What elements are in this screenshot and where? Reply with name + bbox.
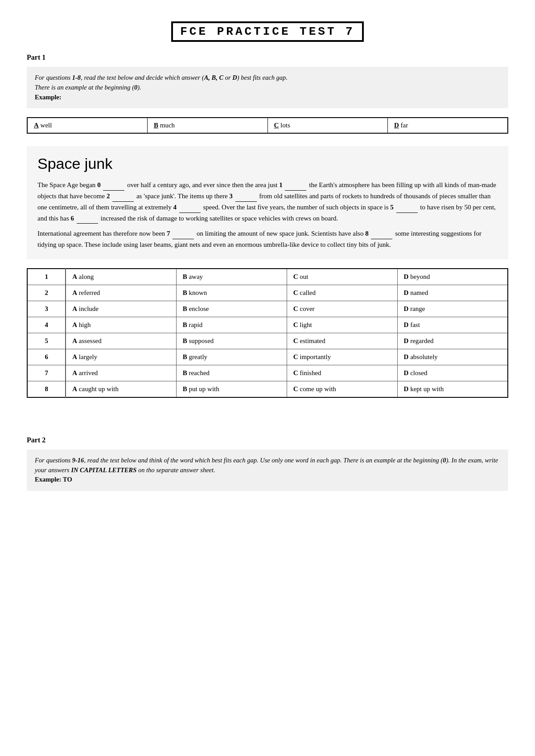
page: FCE PRACTICE TEST 7 Part 1 For questions… bbox=[0, 0, 535, 518]
option-c: C estimated bbox=[287, 333, 397, 349]
row-num: 2 bbox=[27, 285, 66, 301]
gap-1-line bbox=[285, 190, 306, 191]
gap-2-num: 2 bbox=[107, 192, 110, 200]
option-c: C finished bbox=[287, 365, 397, 381]
table-row: 1 A along B away C out D beyond bbox=[27, 269, 508, 285]
gap-4-line bbox=[179, 212, 201, 213]
part1-instructions: For questions 1-8, read the text below a… bbox=[27, 67, 508, 108]
reading-text: The Space Age began 0 over half a centur… bbox=[37, 180, 498, 250]
option-d: D absolutely bbox=[397, 349, 508, 365]
option-b: B greatly bbox=[176, 349, 287, 365]
example-option-d: D far bbox=[388, 118, 508, 133]
option-a: A caught up with bbox=[66, 381, 176, 397]
gap-5-line bbox=[396, 212, 418, 213]
row-num: 3 bbox=[27, 301, 66, 317]
reading-title: Space junk bbox=[37, 155, 498, 172]
table-row: 2 A referred B known C called D named bbox=[27, 285, 508, 301]
instr-prefix: For questions 1-8, read the text below a… bbox=[35, 74, 288, 91]
gap-3-num: 3 bbox=[229, 192, 233, 200]
table-row: 6 A largely B greatly C importantly D ab… bbox=[27, 349, 508, 365]
part2-instr-text: For questions 9-16, read the text below … bbox=[35, 457, 498, 474]
option-d: D closed bbox=[397, 365, 508, 381]
option-a: A arrived bbox=[66, 365, 176, 381]
option-b: B supposed bbox=[176, 333, 287, 349]
option-d: D fast bbox=[397, 317, 508, 333]
gap-3-line bbox=[235, 201, 257, 202]
gap-6-line bbox=[77, 223, 98, 224]
option-c: C light bbox=[287, 317, 397, 333]
example-option-b: B much bbox=[148, 118, 268, 133]
option-d: D kept up with bbox=[397, 381, 508, 397]
title-text: FCE PRACTICE TEST 7 bbox=[180, 25, 354, 38]
answers-table: 1 A along B away C out D beyond 2 A refe… bbox=[27, 268, 508, 398]
option-a: A referred bbox=[66, 285, 176, 301]
gap-2-line bbox=[112, 201, 134, 202]
part2-section: Part 2 For questions 9-16, read the text… bbox=[27, 436, 508, 491]
option-a: A along bbox=[66, 269, 176, 285]
option-c: C cover bbox=[287, 301, 397, 317]
option-d: D named bbox=[397, 285, 508, 301]
option-d: D regarded bbox=[397, 333, 508, 349]
row-num: 5 bbox=[27, 333, 66, 349]
row-num: 8 bbox=[27, 381, 66, 397]
example-row: A well B much C lots D far bbox=[27, 118, 508, 133]
spacer bbox=[27, 416, 508, 432]
part2-label: Part 2 bbox=[27, 436, 508, 444]
page-title-container: FCE PRACTICE TEST 7 bbox=[27, 18, 508, 41]
table-row: 7 A arrived B reached C finished D close… bbox=[27, 365, 508, 381]
part2-instructions: For questions 9-16, read the text below … bbox=[27, 450, 508, 491]
option-b: B put up with bbox=[176, 381, 287, 397]
gap-1-num: 1 bbox=[279, 181, 283, 188]
option-a: A largely bbox=[66, 349, 176, 365]
option-c: C come up with bbox=[287, 381, 397, 397]
part2-example-label: Example: TO bbox=[35, 476, 72, 483]
gap-7-line bbox=[173, 239, 194, 239]
option-c: C called bbox=[287, 285, 397, 301]
example-option-a: A well bbox=[27, 118, 148, 133]
gap-4-num: 4 bbox=[173, 204, 177, 211]
option-b: B enclose bbox=[176, 301, 287, 317]
option-d: D range bbox=[397, 301, 508, 317]
table-row: 3 A include B enclose C cover D range bbox=[27, 301, 508, 317]
gap-0-num: 0 bbox=[97, 181, 101, 188]
reading-section: Space junk The Space Age began 0 over ha… bbox=[27, 146, 508, 259]
option-d: D beyond bbox=[397, 269, 508, 285]
example-option-c: C lots bbox=[268, 118, 388, 133]
table-row: 4 A high B rapid C light D fast bbox=[27, 317, 508, 333]
row-num: 1 bbox=[27, 269, 66, 285]
example-table: A well B much C lots D far bbox=[27, 117, 508, 134]
part1-section: Part 1 For questions 1-8, read the text … bbox=[27, 53, 508, 398]
gap-8-line bbox=[371, 239, 392, 239]
gap-6-num: 6 bbox=[71, 215, 74, 222]
option-a: A assessed bbox=[66, 333, 176, 349]
part1-label: Part 1 bbox=[27, 53, 508, 61]
example-label: Example: bbox=[35, 94, 62, 101]
option-c: C importantly bbox=[287, 349, 397, 365]
option-b: B rapid bbox=[176, 317, 287, 333]
gap-7-num: 7 bbox=[167, 230, 170, 237]
row-num: 7 bbox=[27, 365, 66, 381]
gap-8-num: 8 bbox=[365, 230, 369, 237]
gap-5-num: 5 bbox=[390, 204, 394, 211]
option-a: A include bbox=[66, 301, 176, 317]
option-b: B away bbox=[176, 269, 287, 285]
option-b: B known bbox=[176, 285, 287, 301]
row-num: 4 bbox=[27, 317, 66, 333]
row-num: 6 bbox=[27, 349, 66, 365]
table-row: 5 A assessed B supposed C estimated D re… bbox=[27, 333, 508, 349]
table-row: 8 A caught up with B put up with C come … bbox=[27, 381, 508, 397]
option-a: A high bbox=[66, 317, 176, 333]
option-b: B reached bbox=[176, 365, 287, 381]
page-title: FCE PRACTICE TEST 7 bbox=[172, 22, 362, 41]
option-c: C out bbox=[287, 269, 397, 285]
gap-0-line bbox=[103, 190, 124, 191]
